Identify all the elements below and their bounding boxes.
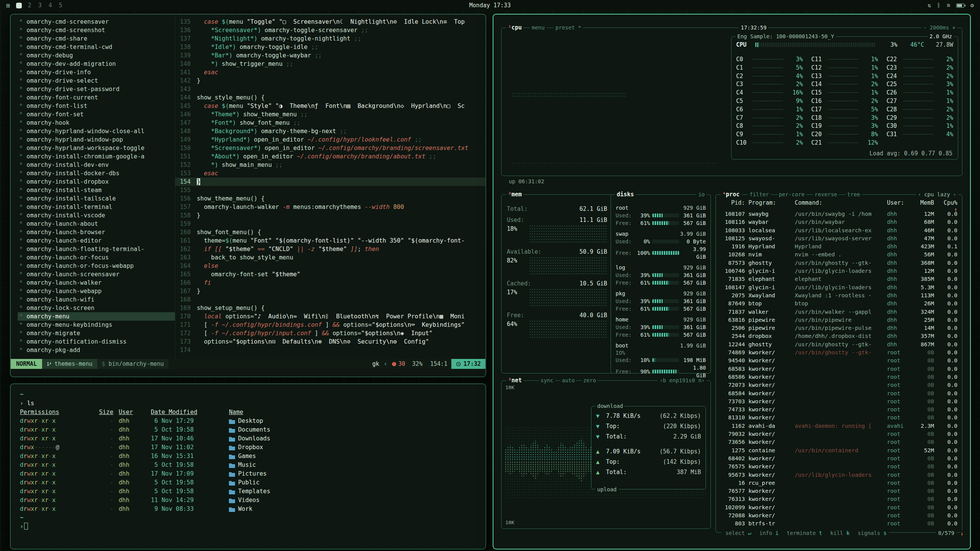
process-row[interactable]: 68583kworker/root0B0.0 [716, 365, 962, 373]
process-row[interactable]: 2544dropbox/home/dhh/.dropbox-distdhh357… [716, 332, 962, 340]
file-item[interactable]: *omarchy-launch-walker [18, 279, 175, 287]
network-box-title[interactable]: ³net [506, 377, 524, 384]
screen-cast-icon[interactable]: ⇅ [928, 2, 931, 9]
file-item[interactable]: *omarchy-migrate [18, 329, 175, 337]
disks-box-title[interactable]: disks [615, 191, 636, 198]
sort-next-icon[interactable]: › [953, 191, 956, 197]
process-row[interactable]: 74869kworker//usr/bin/ghostty --gtk-root… [716, 349, 962, 357]
git-branch[interactable]: themes-menu [42, 359, 97, 369]
bluetooth-icon[interactable]: ᛒ [937, 2, 941, 9]
file-item[interactable]: *omarchy-hyprland-workspace-toggle [18, 144, 175, 152]
file-item[interactable]: *omarchy-notification-dismiss [18, 337, 175, 346]
process-row[interactable]: 803btrfs-trroot0B0.0 [716, 520, 962, 527]
file-item[interactable]: *omarchy-install-docker-dbs [18, 169, 175, 178]
file-item[interactable]: *omarchy-launch-webapp [18, 287, 175, 295]
process-row[interactable]: 1162avahi-daavahi-daemon: running [avahi… [716, 422, 962, 430]
file-item[interactable]: *omarchy-launch-wifi [18, 295, 175, 304]
cpu-box-title[interactable]: ¹cpu [506, 24, 524, 31]
file-item[interactable]: *omarchy-debug [18, 51, 175, 60]
file-item[interactable]: *omarchy-font-current [18, 93, 175, 102]
scroll-down-icon[interactable]: ↓ [960, 530, 964, 536]
proc-tab-reverse[interactable]: reverse [813, 191, 839, 197]
battery-icon[interactable] [956, 3, 964, 8]
preset-button[interactable]: preset * [554, 24, 583, 31]
file-item[interactable]: *omarchy-launch-about [18, 220, 175, 228]
entry-name[interactable]: Dropbox [229, 443, 476, 452]
file-item[interactable]: *omarchy-install-vscode [18, 211, 175, 220]
file-item[interactable]: *omarchy-hyprland-window-close-all [18, 127, 175, 135]
file-item[interactable]: *omarchy-hook [18, 119, 175, 127]
file-item[interactable]: *omarchy-install-steam [18, 186, 175, 194]
file-item[interactable]: *omarchy-cmd-screensaver [18, 18, 175, 26]
file-item[interactable]: *omarchy-launch-floating-terminal- [18, 245, 175, 253]
file-item[interactable]: *omarchy-cmd-screenshot [18, 26, 175, 34]
hint-terminate[interactable]: terminate t [785, 530, 822, 536]
io-mode-button[interactable]: io [696, 191, 707, 197]
entry-name[interactable]: Desktop [229, 417, 476, 425]
workspace-5[interactable]: 5 [59, 2, 62, 9]
hint-kill[interactable]: kill k [828, 530, 850, 536]
file-item[interactable]: *omarchy-install-terminal [18, 203, 175, 211]
proc-tab-per-core[interactable]: per-core [777, 191, 806, 197]
file-item[interactable]: *omarchy-cmd-terminal-cwd [18, 43, 175, 51]
workspace-3[interactable]: 3 [38, 2, 42, 9]
process-row[interactable]: 73656kworker/root0B0.0 [716, 438, 962, 446]
process-row[interactable]: 10268nvimnvim --embed .dhh56M0.0 [716, 251, 962, 259]
process-row[interactable]: 68402kworker/root0B0.0 [716, 455, 962, 463]
hint-select[interactable]: select ↵ [724, 530, 751, 536]
process-row[interactable]: 87649btopbtopdhh26M0.0 [716, 300, 962, 308]
process-row[interactable]: 2075XwaylandXwayland :1 -rootless -dhh11… [716, 292, 962, 300]
entry-name[interactable]: Documents [229, 425, 476, 434]
process-row[interactable]: 102099kworker/root0B0.0 [716, 504, 962, 512]
process-row[interactable]: 81310kworker/root0B0.0 [716, 414, 962, 422]
entry-name[interactable]: Work [229, 505, 476, 514]
workspace-active-indicator[interactable] [16, 3, 22, 8]
process-row[interactable]: 76577kworker/root0B0.0 [716, 487, 962, 495]
file-item[interactable]: *omarchy-drive-set-password [18, 85, 175, 93]
process-row[interactable]: 108125swayosd-/usr/lib/swayosd-serverdhh… [716, 235, 962, 243]
entry-name[interactable]: Music [229, 461, 476, 469]
file-item[interactable]: *omarchy-font-set [18, 110, 175, 119]
proc-tab-tree[interactable]: tree [846, 191, 862, 197]
process-row[interactable]: 76313kworker/root0B0.0 [716, 495, 962, 503]
net-tab-auto[interactable]: auto [560, 377, 577, 383]
file-item[interactable]: *omarchy-launch-browser [18, 228, 175, 236]
process-row[interactable]: 73703kworker/root0B0.0 [716, 398, 962, 406]
entry-name[interactable]: Templates [229, 487, 476, 496]
process-row[interactable]: 16rcu_preeroot0B0.0 [716, 479, 962, 487]
system-monitor-window[interactable]: ¹cpu menu preset * 17:32:59 - 2000ms + E… [493, 14, 971, 549]
file-item[interactable]: *omarchy-install-dev-env [18, 161, 175, 169]
entry-name[interactable]: Downloads [229, 434, 476, 443]
hint-info[interactable]: info i [757, 530, 779, 536]
process-row[interactable]: 68584kworker/root0B0.0 [716, 390, 962, 398]
process-row[interactable]: 12244ghostty/usr/bin/ghostty --gtk-dhh86… [716, 341, 962, 349]
memory-box-title[interactable]: ²mem [506, 191, 524, 198]
file-item[interactable]: *omarchy-font-list [18, 102, 175, 110]
entry-name[interactable]: Public [229, 478, 476, 487]
process-row[interactable]: 79032kworker/root0B0.0 [716, 430, 962, 438]
file-item[interactable]: *omarchy-menu-keybindings [18, 321, 175, 329]
process-row[interactable]: 106746glycin-i/usr/lib/glycin-loadersdhh… [716, 267, 962, 275]
file-item[interactable]: *omarchy-pkg-add [18, 346, 175, 354]
entry-name[interactable]: Pictures [229, 469, 476, 478]
file-item[interactable]: *omarchy-menu [18, 312, 175, 321]
file-item[interactable]: *omarchy-launch-screensaver [18, 270, 175, 279]
process-row[interactable]: 71837walker/usr/bin/walker --gappldhh324… [716, 308, 962, 316]
process-row[interactable]: 1916HyprlandHyprlanddhh423M0.1 [716, 243, 962, 251]
entry-name[interactable]: Games [229, 452, 476, 461]
file-item[interactable]: *omarchy-install-chromium-google-a [18, 152, 175, 161]
entry-name[interactable]: Videos [229, 496, 476, 505]
file-item[interactable]: *omarchy-lock-screen [18, 304, 175, 312]
file-item[interactable]: *omarchy-launch-editor [18, 236, 175, 245]
editor-window[interactable]: *omarchy-cmd-screensaver*omarchy-cmd-scr… [10, 14, 486, 377]
workspace-2[interactable]: 2 [28, 2, 31, 9]
launcher-icon[interactable]: ⊞ [6, 2, 10, 9]
process-row[interactable]: 1275containe/usr/bin/containerdroot52M0.… [716, 447, 962, 455]
process-row[interactable]: 72088kworker/root0B0.0 [716, 512, 962, 520]
file-item[interactable]: *omarchy-hyprland-window-pop [18, 135, 175, 144]
file-item[interactable]: *omarchy-launch-or-focus-webapp [18, 262, 175, 270]
terminal-cursor[interactable] [24, 523, 28, 530]
terminal-window[interactable]: ~ › ls PermissionsSizeUserDate ModifiedN… [10, 383, 486, 549]
file-item[interactable]: *omarchy-cmd-share [18, 34, 175, 43]
settings-gear-icon[interactable]: ⚙ [970, 2, 974, 9]
